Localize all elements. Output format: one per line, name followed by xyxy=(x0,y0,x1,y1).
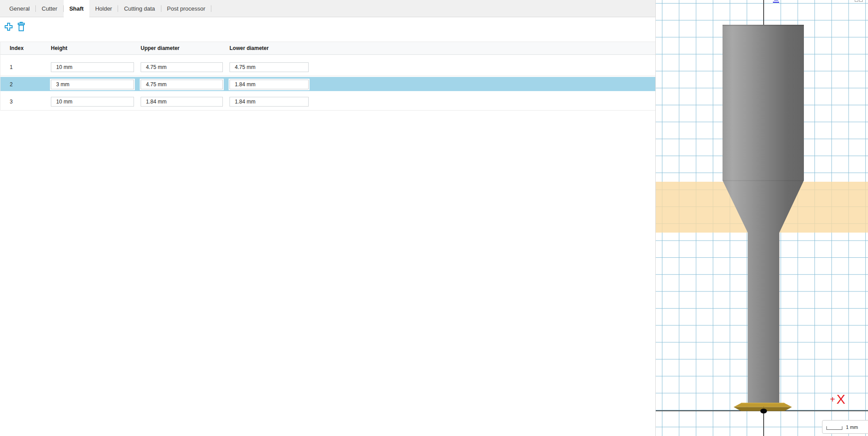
tool-origin-point xyxy=(761,409,767,413)
tab-bar: GeneralCutterShaftHolderCutting dataPost… xyxy=(0,0,655,17)
table-row[interactable]: 1 xyxy=(0,59,655,76)
tab-label: Holder xyxy=(95,5,112,12)
upper-diameter-input[interactable] xyxy=(141,97,223,107)
x-axis-label: + X xyxy=(830,393,845,406)
scale-label: 1 mm xyxy=(846,425,858,430)
column-header-lower-diameter: Lower diameter xyxy=(229,42,269,54)
tab-label: General xyxy=(9,5,30,12)
height-input[interactable] xyxy=(51,97,134,107)
upper-diameter-input[interactable] xyxy=(141,80,223,89)
lower-diameter-input[interactable] xyxy=(229,80,309,89)
add-segment-button[interactable] xyxy=(3,21,14,32)
tab-label: Shaft xyxy=(69,5,84,12)
table-row[interactable]: 3 xyxy=(0,93,655,111)
tool-editor-pane: GeneralCutterShaftHolderCutting dataPost… xyxy=(0,0,655,436)
tab-separator xyxy=(211,5,211,12)
tab-label: Cutter xyxy=(42,5,57,12)
shaft-segments-table: Index Height Upper diameter Lower diamet… xyxy=(0,42,655,111)
row-index: 1 xyxy=(10,59,13,76)
table-header-row: Index Height Upper diameter Lower diamet… xyxy=(0,42,655,55)
height-input[interactable] xyxy=(51,62,134,72)
column-header-upper-diameter: Upper diameter xyxy=(141,42,180,54)
trash-icon xyxy=(17,22,26,31)
row-index: 3 xyxy=(10,93,13,110)
tab-cutting-data[interactable]: Cutting data xyxy=(118,0,161,17)
tab-label: Post processor xyxy=(167,5,206,12)
table-body: 123 xyxy=(0,55,655,111)
upper-diameter-input[interactable] xyxy=(141,62,223,72)
clipped-icon xyxy=(859,0,863,2)
scale-bracket-icon xyxy=(826,426,842,430)
z-axis-label: Z xyxy=(773,0,779,3)
tab-post-processor[interactable]: Post processor xyxy=(161,0,211,17)
x-axis-plus-sign: + xyxy=(830,395,835,404)
lower-diameter-input[interactable] xyxy=(229,62,309,72)
plus-icon xyxy=(4,23,13,31)
lower-diameter-input[interactable] xyxy=(229,97,309,107)
tab-label: Cutting data xyxy=(124,5,155,12)
tab-cutter[interactable]: Cutter xyxy=(36,0,63,17)
tool-shaft-silhouette xyxy=(723,25,804,403)
row-index: 2 xyxy=(10,76,13,93)
column-header-height: Height xyxy=(51,42,67,54)
clipped-icon xyxy=(855,0,858,2)
tab-shaft[interactable]: Shaft xyxy=(64,0,90,17)
height-input[interactable] xyxy=(51,80,134,89)
tab-holder[interactable]: Holder xyxy=(89,0,118,17)
table-row[interactable]: 2 xyxy=(0,76,655,93)
delete-segment-button[interactable] xyxy=(15,21,27,32)
segment-toolbar xyxy=(0,17,655,42)
x-axis-letter: X xyxy=(837,393,845,406)
scale-indicator: 1 mm xyxy=(822,420,868,434)
column-header-index: Index xyxy=(10,42,23,54)
tab-general[interactable]: General xyxy=(4,0,35,17)
tool-3d-model xyxy=(656,0,868,436)
tool-preview-viewport[interactable]: Z + X 1 mm xyxy=(655,0,868,436)
